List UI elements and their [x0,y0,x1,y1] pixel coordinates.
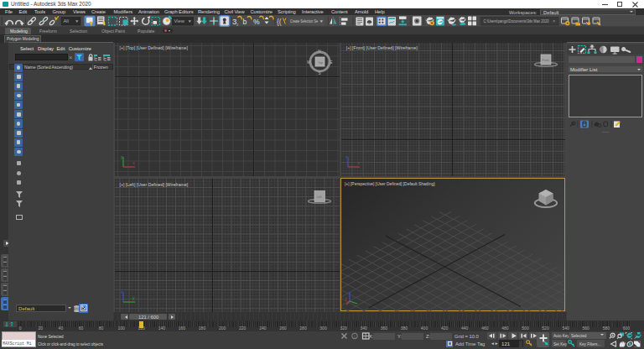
svg-text:x: x [132,160,135,165]
svg-text:Front: Front [543,59,549,62]
svg-text:x: x [357,160,360,165]
svg-text:Create Selection Se: Create Selection Se [290,18,318,23]
svg-text:E: E [330,60,333,65]
svg-text:×: × [553,18,555,23]
svg-text:x: x [345,296,347,301]
svg-text:View: View [174,18,185,23]
svg-text:{(: {( [277,18,282,26]
svg-text:y: y [132,295,135,300]
svg-text:C:\Users\pango\Documents\3ds M: C:\Users\pango\Documents\3ds Max 2020 [484,18,549,23]
svg-text:%: % [253,18,260,26]
svg-text:i: i [354,334,355,339]
svg-text:All: All [64,18,69,23]
svg-text:Left: Left [317,195,322,199]
svg-text:Top: Top [318,61,323,65]
svg-text:N: N [318,49,320,54]
svg-text:S: S [319,71,321,76]
svg-text:b: b [243,18,247,26]
